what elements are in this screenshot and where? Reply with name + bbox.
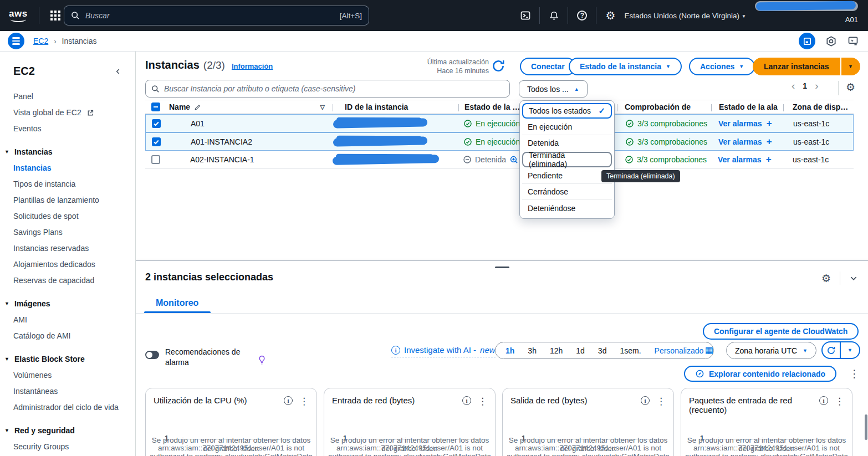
column-instance-id[interactable]: ID de la instancia: [333, 103, 458, 111]
alarm-recommendations-toggle[interactable]: [145, 351, 159, 359]
info-icon[interactable]: i: [641, 396, 650, 405]
add-alarm-icon[interactable]: +: [767, 136, 772, 147]
sidebar-item[interactable]: ▼ Tipos de instancia: [0, 176, 135, 192]
sidebar-item[interactable]: ▼ Panel: [0, 89, 135, 105]
table-row[interactable]: A01 En ejecución 3/3 comprob: [145, 114, 854, 132]
sidebar-item[interactable]: ▼ Catálogo de AMI: [0, 328, 135, 344]
split-panel-icon[interactable]: [799, 33, 815, 49]
chart-menu-dots-icon[interactable]: ⋮: [299, 396, 309, 407]
time-range-option[interactable]: 1d: [569, 346, 591, 355]
dropdown-option[interactable]: En ejecución ✓: [522, 119, 612, 135]
info-icon[interactable]: i: [462, 396, 471, 405]
account-menu[interactable]: A01: [752, 0, 868, 31]
launch-instances-button[interactable]: Lanzar instancias: [753, 58, 840, 75]
row-checkbox[interactable]: [151, 155, 160, 164]
launch-instances-caret[interactable]: ▼: [840, 58, 860, 75]
configure-cloudwatch-agent-button[interactable]: Configurar el agente de CloudWatch: [703, 323, 859, 340]
sidebar-item[interactable]: ▼ AMI: [0, 312, 135, 328]
calendar-icon[interactable]: ▦: [705, 346, 713, 355]
notifications-bell-icon[interactable]: [548, 10, 560, 21]
aws-logo[interactable]: aws: [9, 8, 31, 23]
sidebar-item[interactable]: ▼ Instantáneas: [0, 383, 135, 399]
region-selector[interactable]: Estados Unidos (Norte de Virginia)▼: [624, 12, 746, 20]
next-page-icon[interactable]: ›: [815, 80, 818, 92]
dropdown-option[interactable]: Cerrándose ✓: [522, 184, 612, 200]
dropdown-option[interactable]: Terminada (eliminada) ✓: [522, 152, 612, 167]
dropdown-option[interactable]: Pendiente ✓: [522, 168, 612, 184]
refresh-icon[interactable]: [491, 59, 506, 73]
sidebar-item[interactable]: ▼ Elastic Block Store: [0, 351, 135, 367]
column-alarm-status[interactable]: Estado de la ala: [711, 103, 780, 111]
sidebar-item[interactable]: ▼ Plantillas de lanzamiento: [0, 192, 135, 208]
info-link[interactable]: Información: [232, 62, 273, 70]
time-range-option[interactable]: 3h: [521, 346, 543, 355]
view-alarms-link[interactable]: Ver alarmas: [718, 119, 762, 128]
info-icon[interactable]: i: [819, 396, 828, 405]
instance-state-button[interactable]: Estado de la instancia▼: [569, 58, 682, 75]
chart-refresh-icon[interactable]: [823, 342, 841, 358]
time-range-option[interactable]: Personalizado: [648, 346, 711, 355]
tab-monitoring[interactable]: Monitoreo: [156, 298, 198, 308]
more-options-dots-icon[interactable]: ⋮: [849, 367, 860, 380]
time-range-option[interactable]: 1sem.: [613, 346, 647, 355]
view-alarms-link[interactable]: Ver alarmas: [718, 155, 762, 164]
instance-search-input[interactable]: Buscar Instancia por atributo o etiqueta…: [145, 80, 510, 98]
vertical-scrollbar-thumb[interactable]: [865, 414, 867, 440]
dropdown-option[interactable]: Detenida ✓: [522, 135, 612, 151]
select-all-checkbox[interactable]: [151, 103, 160, 111]
sidebar-item[interactable]: ▼ Imágenes: [0, 296, 135, 312]
chart-menu-dots-icon[interactable]: ⋮: [835, 396, 844, 407]
hamburger-menu-icon[interactable]: [8, 33, 24, 49]
sidebar-item[interactable]: ▼ Instancias: [0, 160, 135, 176]
add-alarm-icon[interactable]: +: [767, 118, 772, 129]
table-row[interactable]: A01-INSTANCIA2 En ejecución: [145, 132, 854, 151]
sort-icon[interactable]: ▽: [320, 104, 325, 111]
view-alarms-link[interactable]: Ver alarmas: [718, 137, 762, 146]
investigate-with-ai-link[interactable]: i Investigate with AI - new: [391, 345, 496, 357]
info-icon[interactable]: i: [284, 396, 293, 405]
dropdown-option[interactable]: Deteniéndose ✓: [522, 200, 612, 216]
actions-button[interactable]: Acciones▼: [689, 58, 755, 75]
sidebar-item[interactable]: ▼ Solicitudes de spot: [0, 208, 135, 224]
sidebar-item[interactable]: ▼ Savings Plans: [0, 224, 135, 240]
split-panel-drag-handle[interactable]: [495, 267, 509, 268]
table-row[interactable]: A02-INSTANCIA-1 Detenida 3/3: [145, 151, 854, 169]
timezone-dropdown-button[interactable]: Zona horaria UTC▼: [726, 342, 816, 359]
zoom-in-icon[interactable]: [509, 155, 519, 165]
add-alarm-icon[interactable]: +: [766, 154, 772, 165]
column-availability-zone[interactable]: Zona de disponibilidad: [783, 103, 851, 111]
explore-related-content-button[interactable]: Explorar contenido relacionado: [684, 366, 836, 382]
prev-page-icon[interactable]: ‹: [792, 80, 795, 92]
panel-collapse-chevron-icon[interactable]: [849, 274, 858, 283]
dropdown-option[interactable]: Todos los estados ✓: [522, 103, 612, 119]
settings-gear-icon[interactable]: ⚙: [604, 10, 616, 21]
sidebar-collapse-icon[interactable]: [114, 68, 122, 75]
sidebar-item[interactable]: ▼ Alojamientos dedicados: [0, 257, 135, 273]
sidebar-item[interactable]: ▼ Vista global de EC2: [0, 105, 135, 121]
chart-menu-dots-icon[interactable]: ⋮: [656, 396, 666, 407]
sidebar-item[interactable]: ▼ Reservas de capacidad: [0, 273, 135, 289]
time-range-option[interactable]: 12h: [543, 346, 569, 355]
sidebar-item[interactable]: ▼ Red y seguridad: [0, 423, 135, 439]
state-filter-dropdown-button[interactable]: Todos los ...▲: [519, 80, 588, 98]
column-status-checks[interactable]: Comprobación de: [617, 103, 711, 111]
sidebar-item[interactable]: ▼ Volúmenes: [0, 367, 135, 383]
global-search-input[interactable]: Buscar [Alt+S]: [64, 6, 369, 25]
row-checkbox[interactable]: [152, 119, 161, 128]
page-number[interactable]: 1: [803, 81, 807, 90]
connect-button[interactable]: Conectar: [520, 58, 576, 75]
panel-preferences-gear-icon[interactable]: ⚙: [821, 272, 831, 285]
time-range-option[interactable]: 3d: [591, 346, 614, 355]
chart-menu-dots-icon[interactable]: ⋮: [478, 396, 487, 407]
breadcrumb-ec2-link[interactable]: EC2: [33, 37, 48, 45]
status-meter-icon[interactable]: [825, 35, 837, 47]
sidebar-item[interactable]: ▼ Administrador del ciclo de vida: [0, 399, 127, 416]
column-name[interactable]: Name ▽: [166, 103, 333, 111]
sidebar-item[interactable]: ▼ Instancias: [0, 144, 135, 160]
refresh-options-caret[interactable]: ▼: [841, 342, 859, 358]
table-settings-gear-icon[interactable]: ⚙: [846, 81, 855, 94]
help-icon[interactable]: ?: [576, 11, 588, 21]
sidebar-item[interactable]: ▼ Instancias reservadas: [0, 240, 135, 257]
row-checkbox[interactable]: [152, 137, 161, 146]
sidebar-item[interactable]: ▼ Security Groups: [0, 439, 135, 455]
